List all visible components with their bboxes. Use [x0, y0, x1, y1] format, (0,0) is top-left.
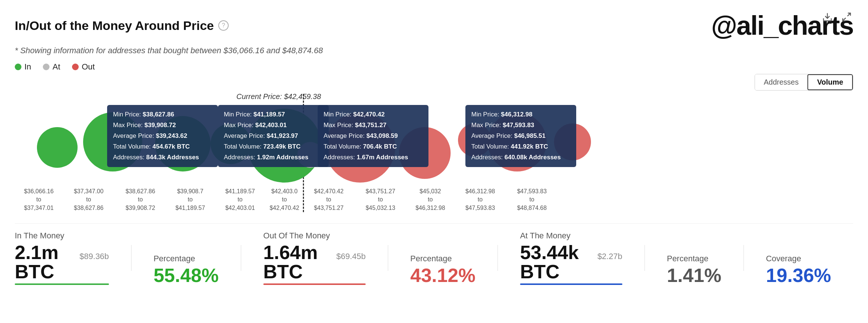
divider-5 [645, 245, 645, 271]
t2-min: $41,189.57 [253, 111, 285, 118]
stat-out-label: Out Of The Money [263, 231, 366, 241]
stat-at-label: At The Money [520, 231, 622, 241]
t4-min: $46,312.98 [501, 111, 532, 118]
t1-max: $39,908.72 [144, 122, 176, 129]
stats-bar: In The Money 2.1m BTC $89.36b Percentage… [15, 223, 853, 285]
legend-label-at: At [52, 62, 60, 72]
t3-min: $42,470.42 [353, 111, 385, 118]
t4-addr: 640.08k Addresses [505, 154, 561, 161]
stat-coverage-row: 19.36% [766, 266, 831, 285]
main-container: In/Out of the Money Around Price ? @ali_… [0, 0, 868, 292]
page-title: In/Out of the Money Around Price [15, 18, 214, 33]
stat-out-value-row: 1.64m BTC $69.45b [263, 243, 366, 281]
xaxis-5: $42,403.0to$42,470.42 [266, 187, 303, 212]
xaxis-4: $41,189.57to$42,403.01 [214, 187, 266, 212]
underline-in [15, 283, 109, 285]
stat-at-value-row: 53.44k BTC $2.27b [520, 243, 622, 281]
stat-in-pct-row: 55.48% [154, 266, 219, 285]
bubble-1 [37, 127, 78, 168]
t2-addr: 1.92m Addresses [257, 154, 308, 161]
xaxis-7: $43,751.27to$45,032.13 [355, 187, 406, 212]
stat-out-sub: $69.45b [336, 252, 366, 261]
xaxis-1: $37,347.00to$38,627.86 [63, 187, 115, 212]
divider-1 [131, 245, 131, 271]
stat-at-pct-row: 1.41% [667, 266, 721, 285]
stat-out-pct-value: 43.12% [410, 266, 475, 285]
t1-avg: $39,243.62 [156, 132, 187, 139]
legend-dot-in [15, 64, 21, 70]
divider-2 [241, 245, 241, 271]
stat-out-pct: Percentage 43.12% [410, 254, 498, 285]
stat-coverage-label: Coverage [766, 254, 831, 264]
divider-6 [744, 245, 744, 271]
tooltip-4: Min Price: $46,312.98 Max Price: $47,593… [465, 105, 576, 167]
t3-max: $43,751.27 [355, 122, 386, 129]
stat-in-pct: Percentage 55.48% [154, 254, 241, 285]
stat-coverage-value: 19.36% [766, 266, 831, 285]
stat-at-pct-label: Percentage [667, 254, 721, 264]
underline-at [520, 283, 622, 285]
xaxis-row: $36,066.16to$37,347.01 $37,347.00to$38,6… [15, 187, 853, 212]
stat-in-label: In The Money [15, 231, 109, 241]
t4-avg: $46,985.51 [514, 132, 546, 139]
help-icon[interactable]: ? [218, 20, 229, 31]
xaxis-3: $39,908.7to$41,189.57 [166, 187, 214, 212]
t3-vol: 706.4k BTC [363, 143, 397, 150]
xaxis-0: $36,066.16to$37,347.01 [15, 187, 63, 212]
xaxis-8: $45,032to$46,312.98 [406, 187, 454, 212]
title-group: In/Out of the Money Around Price ? [15, 18, 229, 33]
stat-at-pct: Percentage 1.41% [667, 254, 743, 285]
divider-3 [388, 245, 388, 271]
stat-in-pct-value: 55.48% [154, 266, 219, 285]
stat-out-value: 1.64m BTC [263, 243, 333, 281]
download-icon[interactable] [821, 10, 834, 24]
legend-at: At [43, 62, 60, 72]
action-icons [821, 10, 853, 24]
t2-avg: $41,923.97 [267, 132, 298, 139]
t1-vol: 454.67k BTC [153, 143, 190, 150]
legend-dot-at [43, 64, 49, 70]
xaxis-2: $38,627.86to$39,908.72 [115, 187, 166, 212]
t1-min: $38,627.86 [143, 111, 174, 118]
legend-out: Out [72, 62, 95, 72]
tooltip-3: Min Price: $42,470.42 Max Price: $43,751… [318, 105, 428, 167]
chart-area: Current Price: $42,459.38 Min Price: $38… [15, 79, 853, 212]
stat-out-pct-label: Percentage [410, 254, 475, 264]
bubbles-row: Min Price: $38,627.86 Max Price: $39,908… [15, 105, 853, 201]
stat-at-sub: $2.27b [597, 252, 622, 261]
t4-vol: 441.92k BTC [511, 143, 548, 150]
t2-vol: 723.49k BTC [263, 143, 301, 150]
t4-max: $47,593.83 [503, 122, 534, 129]
stat-in-money: In The Money 2.1m BTC $89.36b [15, 231, 131, 285]
svg-line-1 [847, 13, 850, 16]
t3-addr: 1.67m Addresses [357, 154, 408, 161]
stat-at-money: At The Money 53.44k BTC $2.27b [520, 231, 645, 285]
stat-in-pct-label: Percentage [154, 254, 219, 264]
t2-max: $42,403.01 [255, 122, 287, 129]
stat-out-money: Out Of The Money 1.64m BTC $69.45b [263, 231, 388, 285]
svg-line-2 [843, 18, 846, 21]
legend-dot-out [72, 64, 79, 70]
bubble-group-1 [37, 127, 78, 168]
xaxis-6: $42,470.42to$43,751.27 [303, 187, 355, 212]
legend: In At Out [15, 62, 853, 72]
subtitle: * Showing information for addresses that… [15, 46, 853, 55]
divider-4 [498, 245, 498, 271]
xaxis-9: $46,312.98to$47,593.83 [454, 187, 506, 212]
legend-label-out: Out [82, 62, 95, 72]
legend-label-in: In [24, 62, 31, 72]
current-price-label: Current Price: $42,459.38 [236, 92, 321, 101]
tooltip-2: Min Price: $41,189.57 Max Price: $42,403… [218, 105, 329, 167]
stat-out-pct-row: 43.12% [410, 266, 475, 285]
legend-in: In [15, 62, 31, 72]
tooltip-1: Min Price: $38,627.86 Max Price: $39,908… [107, 105, 218, 167]
stat-in-value-row: 2.1m BTC $89.36b [15, 243, 109, 281]
stat-in-sub: $89.36b [79, 252, 109, 261]
stat-coverage: Coverage 19.36% [766, 254, 853, 285]
stat-at-value: 53.44k BTC [520, 243, 594, 281]
header-row: In/Out of the Money Around Price ? @ali_… [15, 10, 853, 41]
underline-out [263, 283, 366, 285]
t3-avg: $43,098.59 [366, 132, 398, 139]
expand-icon[interactable] [840, 10, 853, 24]
t1-addr: 844.3k Addresses [146, 154, 199, 161]
